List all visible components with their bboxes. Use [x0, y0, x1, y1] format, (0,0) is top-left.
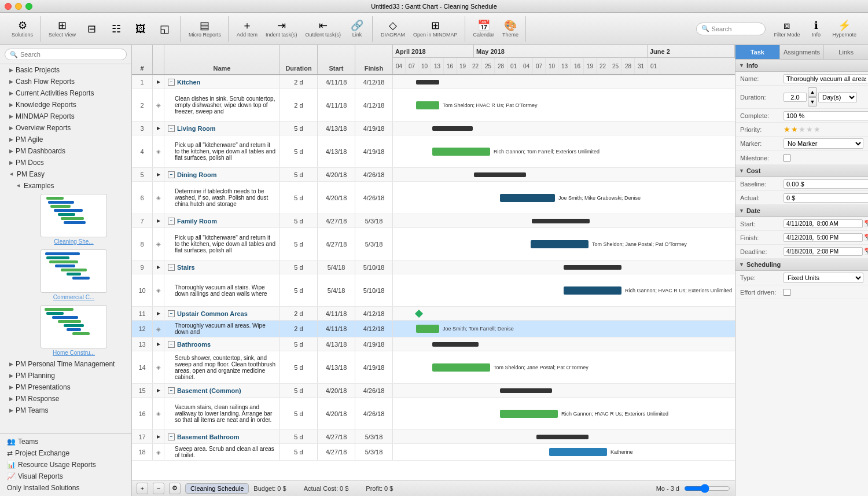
add-row-button[interactable]: +	[137, 483, 148, 494]
table-row[interactable]: 18 ◈ Sweep area. Scrub and clean all are…	[132, 444, 735, 461]
sidebar-item-pm-presentations[interactable]: ▶ PM Presentations	[0, 381, 131, 393]
sidebar-item-pm-response[interactable]: ▶ PM Response	[0, 393, 131, 405]
marker-select[interactable]: No Marker	[784, 138, 863, 149]
duration-unit-select[interactable]: Day(s) Hour(s) Week(s)	[818, 92, 857, 102]
sidebar-item-pm-planning[interactable]: ▶ PM Planning	[0, 370, 131, 381]
zoom-slider[interactable]	[684, 484, 730, 493]
duration-down-button[interactable]: ▼	[808, 97, 817, 106]
info-section-header[interactable]: ▼ Info	[735, 60, 868, 72]
view-btn-2[interactable]: ☷	[105, 16, 128, 42]
solutions-button[interactable]: ⚙ Solutions	[8, 16, 36, 42]
section-expand-icon[interactable]: −	[168, 387, 175, 394]
hypernote-button[interactable]: ⚡ Hypernote	[829, 16, 860, 42]
view-btn-1[interactable]: ⊟	[80, 16, 104, 42]
section-expand-icon[interactable]: −	[168, 264, 175, 271]
effort-driven-checkbox[interactable]	[784, 289, 790, 296]
expand-icon[interactable]: ▶	[157, 218, 160, 223]
table-row[interactable]: 5 ▶ − Dining Room 5 d 4/20/18 4/26/18	[132, 168, 735, 182]
table-row[interactable]: 3 ▶ − Living Room 5 d 4/13/18 4/19/18	[132, 122, 735, 135]
view-btn-3[interactable]: 🖼	[129, 16, 152, 42]
table-row[interactable]: 13 ▶ − Bathrooms 5 d 4/13/18 4/19/18	[132, 337, 735, 351]
sidebar-item-pm-easy[interactable]: ▼ PM Easy	[0, 168, 131, 180]
table-row[interactable]: 12 ◈ Thoroughly vacuum all areas. Wipe d…	[132, 321, 735, 337]
type-select[interactable]: Fixed Units Fixed Duration Fixed Work	[784, 273, 863, 283]
expand-icon[interactable]: ▶	[157, 172, 160, 177]
sidebar-item-pm-agile[interactable]: ▶ PM Agile	[0, 134, 131, 145]
expand-icon[interactable]: ▶	[157, 126, 160, 131]
add-item-button[interactable]: ＋ Add Item	[233, 16, 261, 42]
baseline-input[interactable]	[784, 179, 868, 189]
sidebar-search-box[interactable]: 🔍	[5, 49, 127, 60]
sidebar-item-basic-projects[interactable]: ▶ Basic Projects	[0, 64, 131, 76]
sidebar-item-pm-dashboards[interactable]: ▶ PM Dashboards	[0, 145, 131, 157]
diagram-button[interactable]: ◇ DIAGRAM	[377, 16, 409, 42]
fullscreen-button[interactable]	[25, 3, 32, 10]
sidebar-bottom-teams[interactable]: 👥 Teams	[5, 436, 127, 447]
sidebar-item-pm-teams[interactable]: ▶ PM Teams	[0, 405, 131, 416]
minimize-button[interactable]	[15, 3, 22, 10]
table-row[interactable]: 1 ▶ − Kitchen 2 d 4/11/18 4/12/18	[132, 75, 735, 89]
sidebar-item-knowledge-reports[interactable]: ▶ Knowledge Reports	[0, 99, 131, 111]
table-row[interactable]: 6 ◈ Determine if tablecloth needs to be …	[132, 182, 735, 214]
theme-button[interactable]: 🎨 Theme	[499, 16, 522, 42]
sidebar-search-input[interactable]	[20, 51, 122, 58]
table-row[interactable]: 14 ◈ Scrub shower, countertop, sink, and…	[132, 351, 735, 384]
tab-task[interactable]: Task	[735, 45, 780, 59]
view-btn-4[interactable]: ◱	[153, 16, 176, 42]
deadline-input[interactable]	[784, 247, 863, 256]
cost-section-header[interactable]: ▼ Cost	[735, 165, 868, 177]
sidebar-item-current-activities[interactable]: ▶ Current Activities Reports	[0, 87, 131, 99]
scheduling-section-header[interactable]: ▼ Scheduling	[735, 259, 868, 271]
expand-icon[interactable]: ▶	[157, 264, 160, 270]
section-expand-icon[interactable]: −	[168, 79, 175, 86]
indent-button[interactable]: ⇥ Indent task(s)	[262, 16, 301, 42]
deadline-calendar-icon[interactable]: 📅	[864, 248, 868, 255]
table-row[interactable]: 11 ▶ − Upstair Common Areas 2 d 4/11/18 …	[132, 307, 735, 321]
priority-stars[interactable]: ★★★★★	[784, 125, 863, 134]
select-view-button[interactable]: ⊞ Select View	[45, 16, 79, 42]
thumbnail-home[interactable]: Home Constru...	[21, 305, 127, 356]
schedule-tab[interactable]: Cleaning Schedule	[185, 483, 249, 494]
sidebar-bottom-visual-reports[interactable]: 📈 Visual Reports	[5, 471, 127, 482]
sidebar-item-overview-reports[interactable]: ▶ Overview Reports	[0, 122, 131, 134]
toolbar-search[interactable]: 🔍	[696, 23, 766, 35]
milestone-checkbox[interactable]	[784, 155, 790, 161]
expand-icon[interactable]: ▶	[157, 434, 160, 439]
sidebar-bottom-project-exchange[interactable]: ⇄ Project Exchange	[5, 447, 127, 459]
settings-button[interactable]: ⚙	[169, 483, 181, 494]
start-date-input[interactable]	[784, 219, 863, 228]
section-expand-icon[interactable]: −	[168, 341, 175, 348]
expand-icon[interactable]: ▶	[157, 311, 160, 316]
date-section-header[interactable]: ▼ Date	[735, 205, 868, 217]
sidebar-bottom-only-installed[interactable]: Only Installed Solutions	[5, 482, 127, 494]
thumbnail-cleaning[interactable]: Cleaning She...	[21, 194, 127, 245]
micro-reports-button[interactable]: ▤ Micro Reports	[185, 16, 225, 42]
name-field[interactable]	[784, 74, 868, 83]
sidebar-item-cash-flow-reports[interactable]: ▶ Cash Flow Reports	[0, 76, 131, 87]
section-expand-icon[interactable]: −	[168, 433, 175, 440]
table-row[interactable]: 2 ◈ Clean dishes in sink. Scrub countert…	[132, 89, 735, 122]
expand-icon[interactable]: ▶	[157, 341, 160, 347]
close-button[interactable]	[5, 3, 12, 10]
mindmap-button[interactable]: ⊞ Open in MINDMAP	[410, 16, 461, 42]
complete-input[interactable]	[784, 111, 868, 120]
start-date-calendar-icon[interactable]: 📅	[864, 220, 868, 227]
table-row[interactable]: 7 ▶ − Family Room 5 d 4/27/18 5/3/18	[132, 214, 735, 228]
sidebar-item-examples[interactable]: ▼ Examples	[0, 180, 131, 192]
table-row[interactable]: 9 ▶ − Stairs 5 d 5/4/18 5/10/18	[132, 260, 735, 274]
table-row[interactable]: 16 ◈ Vacuum stairs, clean railings and w…	[132, 398, 735, 430]
info-button[interactable]: ℹ Info	[804, 16, 827, 42]
expand-icon[interactable]: ▶	[157, 388, 160, 393]
section-expand-icon[interactable]: −	[168, 310, 175, 317]
calendar-button[interactable]: 📅 Calendar	[470, 16, 498, 42]
duration-up-button[interactable]: ▲	[808, 87, 817, 97]
sidebar-item-pm-docs[interactable]: ▶ PM Docs	[0, 157, 131, 168]
outdent-button[interactable]: ⇤ Outdent task(s)	[301, 16, 344, 42]
finish-date-input[interactable]	[784, 233, 863, 242]
delete-row-button[interactable]: −	[153, 483, 164, 494]
expand-icon[interactable]: ▶	[157, 79, 160, 84]
duration-input[interactable]	[784, 93, 807, 102]
tab-links[interactable]: Links	[824, 45, 868, 59]
filter-mode-button[interactable]: ⧈ Filter Mode	[770, 16, 803, 42]
finish-date-calendar-icon[interactable]: 📅	[864, 234, 868, 241]
